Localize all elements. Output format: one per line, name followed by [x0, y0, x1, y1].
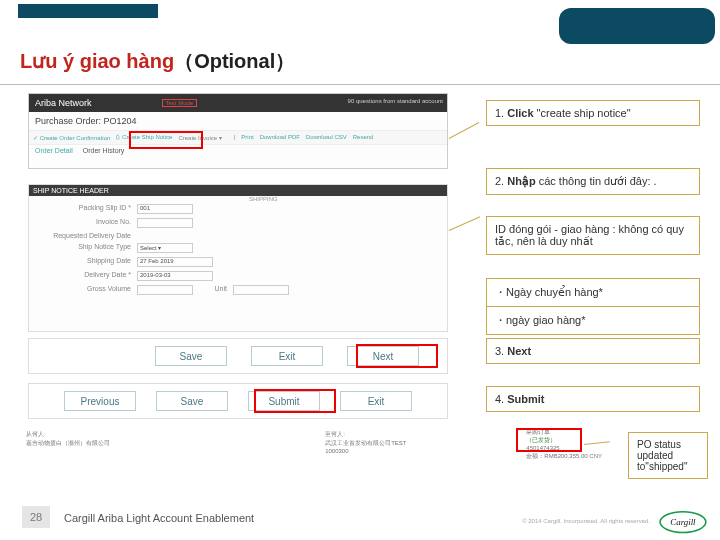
screenshot-buttons-submit: Previous Save Submit Exit — [28, 383, 448, 419]
unit-input[interactable] — [233, 285, 289, 295]
copyright: © 2014 Cargill, Incorporated. All rights… — [522, 518, 650, 524]
page-number: 28 — [22, 506, 50, 528]
header-right-text: 90 questions from standard account — [348, 98, 443, 104]
highlight-submit — [254, 389, 336, 413]
exit-button[interactable]: Exit — [251, 346, 323, 366]
annotation-po-status: PO status updated to"shipped" — [628, 432, 708, 479]
previous-button[interactable]: Previous — [64, 391, 136, 411]
label-req-delivery: Requested Delivery Date — [37, 232, 137, 239]
svg-text:Cargill: Cargill — [670, 517, 696, 527]
annotation-step-2: 2. Nhập các thông tin dưới đây: . — [486, 168, 700, 195]
tab-row: Order Detail Order History — [29, 145, 447, 156]
ariba-brand: Ariba Network — [35, 98, 92, 108]
highlight-shipped-status — [516, 428, 582, 452]
decorative-header — [0, 0, 720, 24]
title-main: Lưu ý giao hàng — [20, 50, 174, 72]
leader-line-1 — [449, 122, 479, 139]
label-delivery-date: Delivery Date * — [37, 271, 137, 281]
form-section-header: SHIP NOTICE HEADER — [29, 185, 447, 196]
annotation-step-3: 3. Next — [486, 338, 700, 364]
gross-volume-input[interactable] — [137, 285, 193, 295]
label-packing-slip: Packing Slip ID * — [37, 204, 137, 214]
po-toolbar: ✓ Create Order Confirmation ⎙ Create Shi… — [29, 130, 447, 145]
po-number: Purchase Order: PO1204 — [29, 112, 447, 130]
from-label: 从何人: — [26, 430, 313, 439]
label-unit: Unit — [193, 285, 233, 295]
page-title: Lưu ý giao hàng（Optional） — [20, 48, 295, 75]
from-value: 嘉吉动物蛋白（滁州）有限公司 — [26, 439, 313, 448]
title-underline — [0, 84, 720, 85]
label-gross-volume: Gross Volume — [37, 285, 137, 295]
cargill-logo: Cargill — [658, 504, 710, 536]
ariba-titlebar: Ariba Network Test Mode 90 questions fro… — [29, 94, 447, 112]
annotation-step-4: 4. Submit — [486, 386, 700, 412]
delivery-date-input[interactable]: 2019-03-03 — [137, 271, 213, 281]
save-button[interactable]: Save — [155, 346, 227, 366]
tab-order-history[interactable]: Order History — [83, 147, 125, 154]
packing-slip-input[interactable]: 001 — [137, 204, 193, 214]
label-invoice-no: Invoice No. — [37, 218, 137, 228]
screenshot-ship-form: SHIP NOTICE HEADER SHIPPING Packing Slip… — [28, 184, 448, 332]
screenshot-po-status: 从何人: 嘉吉动物蛋白（滁州）有限公司 至何人: 武汉工业首发动有限公司TEST… — [20, 426, 700, 472]
invoice-no-input[interactable] — [137, 218, 193, 228]
annotation-step-1: 1. Click "create ship notice" — [486, 100, 700, 126]
download-pdf-button[interactable]: Download PDF — [260, 134, 300, 141]
print-button[interactable]: Print — [241, 134, 253, 141]
save-button-2[interactable]: Save — [156, 391, 228, 411]
po-amount: 金额：RMB200,355.00 CNY — [526, 452, 602, 460]
leader-line-2 — [449, 216, 480, 231]
annotation-packing-id: ID đóng gói - giao hàng : không có quy t… — [486, 216, 700, 255]
footer-title: Cargill Ariba Light Account Enablement — [64, 512, 254, 524]
title-optional: （Optional） — [174, 50, 295, 72]
label-ship-type: Ship Notice Type — [37, 243, 137, 253]
highlight-next — [356, 344, 438, 368]
label-shipping-date: Shipping Date — [37, 257, 137, 267]
screenshot-po-header: Ariba Network Test Mode 90 questions fro… — [28, 93, 448, 169]
exit-button-2[interactable]: Exit — [340, 391, 412, 411]
resend-button[interactable]: Resend — [353, 134, 374, 141]
tab-order-detail[interactable]: Order Detail — [35, 147, 73, 154]
annotation-delivery-date: ・ngày giao hàng* — [486, 306, 700, 335]
shipping-date-input[interactable]: 27 Feb 2019 — [137, 257, 213, 267]
annotation-ship-date: ・Ngày chuyển hàng* — [486, 278, 700, 307]
ship-type-select[interactable]: Select ▾ — [137, 243, 193, 253]
download-csv-button[interactable]: Download CSV — [306, 134, 347, 141]
slide-footer: 28 Cargill Ariba Light Account Enablemen… — [0, 494, 720, 540]
test-mode-badge: Test Mode — [162, 99, 198, 107]
highlight-create-ship-notice — [129, 131, 203, 149]
create-order-confirmation-button[interactable]: ✓ Create Order Confirmation — [33, 134, 110, 141]
